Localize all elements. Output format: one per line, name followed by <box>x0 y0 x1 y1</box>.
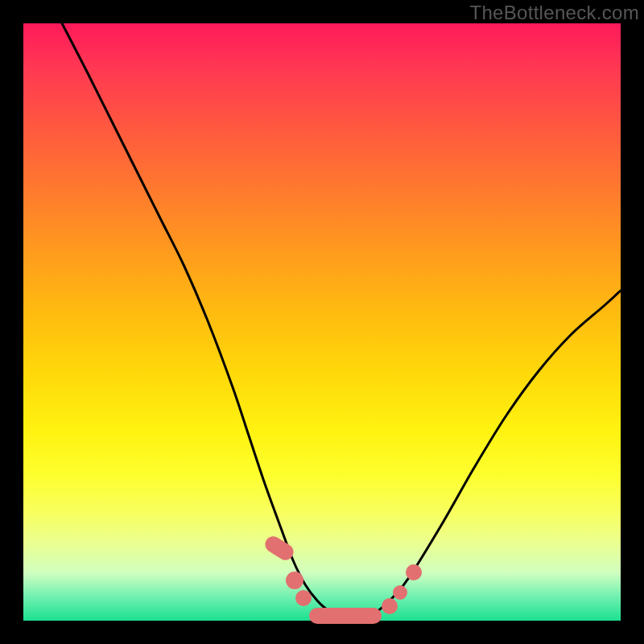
chart-frame: TheBottleneck.com <box>0 0 644 644</box>
marker-circle <box>382 598 398 614</box>
marker-circle <box>286 572 303 589</box>
watermark-text: TheBottleneck.com <box>469 2 639 24</box>
marker-pill <box>309 608 382 624</box>
marker-circle <box>406 564 422 580</box>
bottleneck-curve <box>62 23 621 618</box>
chart-svg <box>23 23 621 621</box>
marker-circle <box>295 590 312 606</box>
plot-area <box>23 23 621 621</box>
curve-markers <box>262 533 422 624</box>
marker-circle <box>393 585 407 600</box>
curve-line <box>62 23 621 618</box>
